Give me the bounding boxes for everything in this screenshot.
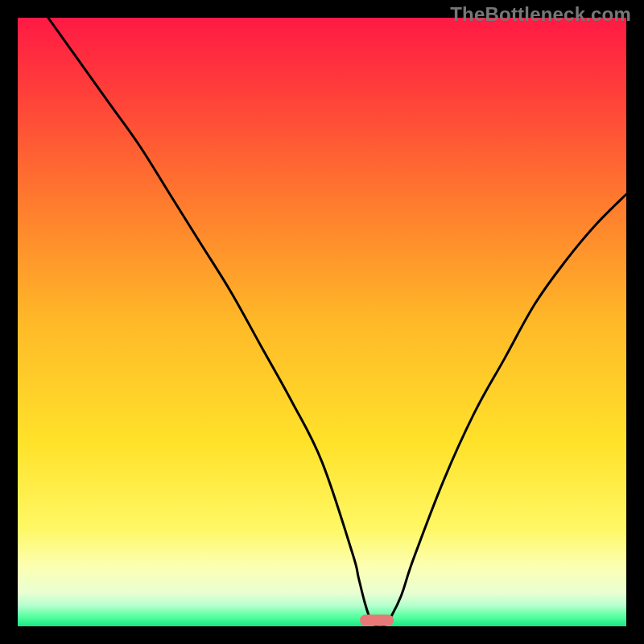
gradient-background <box>18 18 626 626</box>
bottleneck-chart <box>18 18 626 626</box>
chart-frame <box>18 18 626 626</box>
minimum-marker <box>360 614 394 625</box>
attribution-text: TheBottleneck.com <box>450 3 631 26</box>
